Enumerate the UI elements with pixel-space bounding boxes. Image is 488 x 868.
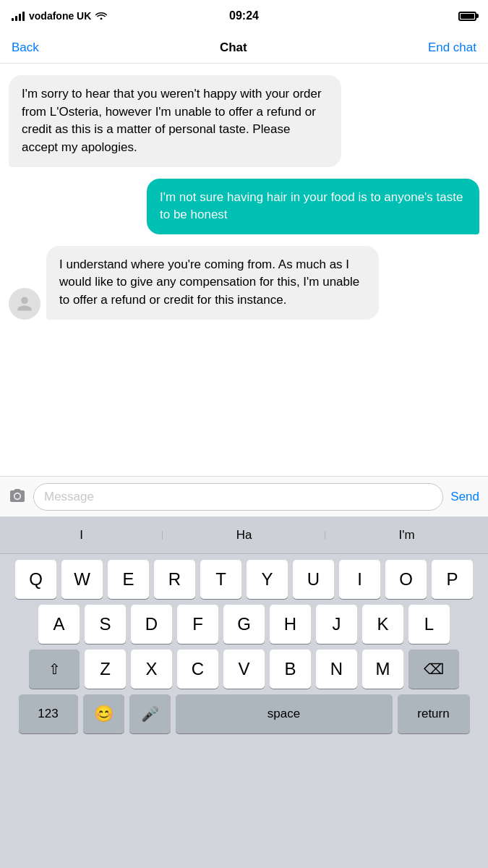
signal-icon [12,11,25,21]
key-e[interactable]: E [108,560,149,599]
page-title: Chat [220,41,247,55]
message-row: I'm sorry to hear that you weren't happy… [9,75,479,167]
numbers-key[interactable]: 123 [19,694,78,733]
key-row-2: A S D F G H J K L [3,605,485,644]
autocomplete-item-3[interactable]: I'm [325,528,488,542]
message-row: I'm not sure having hair in your food is… [9,179,479,234]
keyboard: I Ha I'm Q W E R T Y U I O P A S D F G H… [0,516,488,868]
autocomplete-item-2[interactable]: Ha [163,528,325,542]
delete-key[interactable]: ⌫ [408,650,459,689]
autocomplete-row: I Ha I'm [0,516,488,554]
key-w[interactable]: W [61,560,103,599]
incoming-bubble: I understand where you're coming from. A… [46,246,379,320]
key-row-1: Q W E R T Y U I O P [3,560,485,599]
key-o[interactable]: O [385,560,427,599]
send-button[interactable]: Send [450,490,479,504]
nav-bar: Back Chat End chat [0,32,488,64]
key-b[interactable]: B [270,650,311,689]
return-key[interactable]: return [398,694,470,733]
key-s[interactable]: S [85,605,126,644]
key-h[interactable]: H [270,605,311,644]
input-area: Send [0,476,488,516]
incoming-bubble: I'm sorry to hear that you weren't happy… [9,75,341,167]
key-y[interactable]: Y [247,560,288,599]
emoji-key[interactable]: 😊 [83,694,124,733]
space-key[interactable]: space [176,694,393,733]
wifi-icon [95,11,107,22]
autocomplete-item-1[interactable]: I [0,528,163,542]
key-n[interactable]: N [316,650,357,689]
key-l[interactable]: L [408,605,450,644]
carrier-label: vodafone UK [29,10,91,22]
status-left: vodafone UK [12,10,107,22]
key-d[interactable]: D [131,605,172,644]
battery-icon [458,12,476,21]
key-x[interactable]: X [131,650,172,689]
key-g[interactable]: G [223,605,265,644]
message-text: I understand where you're coming from. A… [59,258,359,307]
key-row-4: 123 😊 🎤 space return [3,694,485,733]
key-u[interactable]: U [293,560,334,599]
key-r[interactable]: R [154,560,195,599]
key-a[interactable]: A [38,605,80,644]
key-k[interactable]: K [362,605,403,644]
avatar [9,288,40,320]
key-t[interactable]: T [200,560,241,599]
key-row-3: ⇧ Z X C V B N M ⌫ [3,650,485,689]
key-m[interactable]: M [362,650,403,689]
key-p[interactable]: P [432,560,473,599]
key-c[interactable]: C [177,650,218,689]
key-z[interactable]: Z [85,650,126,689]
end-chat-button[interactable]: End chat [428,41,476,55]
message-input[interactable] [33,483,443,511]
camera-icon[interactable] [9,488,26,506]
key-f[interactable]: F [177,605,218,644]
message-row: I understand where you're coming from. A… [9,246,479,320]
mic-key[interactable]: 🎤 [129,694,171,733]
key-q[interactable]: Q [15,560,56,599]
outgoing-bubble: I'm not sure having hair in your food is… [147,179,479,234]
key-j[interactable]: J [316,605,357,644]
back-button[interactable]: Back [12,41,39,55]
status-right [458,12,476,21]
key-v[interactable]: V [223,650,265,689]
shift-key[interactable]: ⇧ [29,650,80,689]
message-text: I'm sorry to hear that you weren't happy… [22,87,322,154]
status-bar: vodafone UK 09:24 [0,0,488,32]
message-text: I'm not sure having hair in your food is… [160,190,463,222]
chat-area: I'm sorry to hear that you weren't happy… [0,64,488,476]
status-time: 09:24 [229,9,259,22]
key-i[interactable]: I [339,560,380,599]
key-rows: Q W E R T Y U I O P A S D F G H J K L ⇧ … [0,554,488,868]
svg-point-0 [15,493,20,498]
